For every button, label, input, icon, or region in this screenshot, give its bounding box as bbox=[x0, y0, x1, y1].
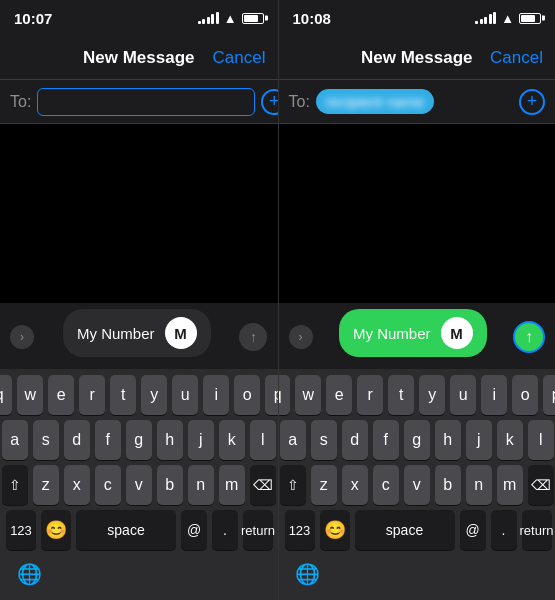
delete-key-right[interactable]: ⌫ bbox=[528, 465, 554, 505]
key-n-right[interactable]: n bbox=[466, 465, 492, 505]
key-a-left[interactable]: a bbox=[2, 420, 28, 460]
at-key-right[interactable]: @ bbox=[460, 510, 486, 550]
key-v-right[interactable]: v bbox=[404, 465, 430, 505]
key-n-left[interactable]: n bbox=[188, 465, 214, 505]
delete-key-left[interactable]: ⌫ bbox=[250, 465, 276, 505]
recipient-bubble-right[interactable]: recipient name bbox=[316, 89, 434, 114]
key-t-left[interactable]: t bbox=[110, 375, 136, 415]
key-l-left[interactable]: l bbox=[250, 420, 276, 460]
key-q-right[interactable]: q bbox=[278, 375, 291, 415]
key-g-right[interactable]: g bbox=[404, 420, 430, 460]
compose-row-left: › My Number M ↑ bbox=[0, 303, 278, 369]
key-e-right[interactable]: e bbox=[326, 375, 352, 415]
key-e-left[interactable]: e bbox=[48, 375, 74, 415]
message-body-left bbox=[0, 124, 278, 303]
expand-right[interactable]: › bbox=[289, 325, 313, 349]
key-m-right[interactable]: m bbox=[497, 465, 523, 505]
key-y-left[interactable]: y bbox=[141, 375, 167, 415]
key-i-left[interactable]: i bbox=[203, 375, 229, 415]
wifi-icon-right: ▲ bbox=[501, 11, 514, 26]
return-key-right[interactable]: return bbox=[522, 510, 552, 550]
emoji-key-right[interactable]: 😊 bbox=[320, 510, 350, 550]
dot-key-left[interactable]: . bbox=[212, 510, 238, 550]
add-recipient-button-left[interactable]: + bbox=[261, 89, 277, 115]
battery-fill-left bbox=[244, 15, 258, 22]
globe-button-right[interactable]: 🌐 bbox=[288, 554, 328, 594]
to-input-left[interactable] bbox=[37, 88, 255, 116]
my-number-bubble-right[interactable]: My Number M bbox=[339, 309, 487, 357]
shift-key-left[interactable]: ⇧ bbox=[2, 465, 28, 505]
key-w-right[interactable]: w bbox=[295, 375, 321, 415]
signal-bar-2 bbox=[202, 19, 205, 24]
key-f-right[interactable]: f bbox=[373, 420, 399, 460]
num-key-right[interactable]: 123 bbox=[285, 510, 315, 550]
space-key-left[interactable]: space bbox=[76, 510, 176, 550]
key-c-right[interactable]: c bbox=[373, 465, 399, 505]
key-z-left[interactable]: z bbox=[33, 465, 59, 505]
key-p-left[interactable]: p bbox=[265, 375, 277, 415]
key-w-left[interactable]: w bbox=[17, 375, 43, 415]
key-s-left[interactable]: s bbox=[33, 420, 59, 460]
signal-bar-r4 bbox=[489, 14, 492, 24]
key-k-right[interactable]: k bbox=[497, 420, 523, 460]
return-key-left[interactable]: return bbox=[243, 510, 273, 550]
key-o-right[interactable]: o bbox=[512, 375, 538, 415]
key-x-right[interactable]: x bbox=[342, 465, 368, 505]
key-d-right[interactable]: d bbox=[342, 420, 368, 460]
at-key-left[interactable]: @ bbox=[181, 510, 207, 550]
key-z-right[interactable]: z bbox=[311, 465, 337, 505]
send-button-right[interactable]: ↑ bbox=[513, 321, 545, 353]
key-y-right[interactable]: y bbox=[419, 375, 445, 415]
key-x-left[interactable]: x bbox=[64, 465, 90, 505]
key-u-right[interactable]: u bbox=[450, 375, 476, 415]
upload-button-left[interactable]: ↑ bbox=[239, 323, 267, 351]
kb-row-3-right: ⇧ z x c v b n m ⌫ bbox=[282, 465, 553, 505]
to-field-right: To: recipient name + bbox=[279, 80, 556, 124]
key-d-left[interactable]: d bbox=[64, 420, 90, 460]
signal-icon-right bbox=[475, 12, 496, 24]
key-i-right[interactable]: i bbox=[481, 375, 507, 415]
keyboard-right: q w e r t y u i o p a s d f g h j k l ⇧ … bbox=[279, 369, 556, 600]
num-key-left[interactable]: 123 bbox=[6, 510, 36, 550]
space-key-right[interactable]: space bbox=[355, 510, 455, 550]
key-b-left[interactable]: b bbox=[157, 465, 183, 505]
add-recipient-button-right[interactable]: + bbox=[519, 89, 545, 115]
key-l-right[interactable]: l bbox=[528, 420, 554, 460]
key-g-left[interactable]: g bbox=[126, 420, 152, 460]
key-p-right[interactable]: p bbox=[543, 375, 555, 415]
key-q-left[interactable]: q bbox=[0, 375, 12, 415]
signal-bar-r3 bbox=[484, 17, 487, 24]
compose-row-right: › My Number M ↑ bbox=[279, 303, 556, 369]
time-right: 10:08 bbox=[293, 10, 331, 27]
signal-bar-r2 bbox=[480, 19, 483, 24]
key-s-right[interactable]: s bbox=[311, 420, 337, 460]
my-number-bubble-left[interactable]: My Number M bbox=[63, 309, 211, 357]
key-j-left[interactable]: j bbox=[188, 420, 214, 460]
key-a-right[interactable]: a bbox=[280, 420, 306, 460]
key-o-left[interactable]: o bbox=[234, 375, 260, 415]
expand-left[interactable]: › bbox=[10, 325, 34, 349]
cancel-button-left[interactable]: Cancel bbox=[213, 48, 266, 68]
key-v-left[interactable]: v bbox=[126, 465, 152, 505]
avatar-letter-right: M bbox=[450, 325, 463, 342]
cancel-button-right[interactable]: Cancel bbox=[490, 48, 543, 68]
key-j-right[interactable]: j bbox=[466, 420, 492, 460]
key-r-right[interactable]: r bbox=[357, 375, 383, 415]
upload-icon-left: ↑ bbox=[250, 329, 257, 345]
key-m-left[interactable]: m bbox=[219, 465, 245, 505]
key-h-left[interactable]: h bbox=[157, 420, 183, 460]
emoji-key-left[interactable]: 😊 bbox=[41, 510, 71, 550]
key-f-left[interactable]: f bbox=[95, 420, 121, 460]
key-r-left[interactable]: r bbox=[79, 375, 105, 415]
status-icons-left: ▲ bbox=[198, 11, 264, 26]
shift-key-right[interactable]: ⇧ bbox=[280, 465, 306, 505]
dot-key-right[interactable]: . bbox=[491, 510, 517, 550]
key-h-right[interactable]: h bbox=[435, 420, 461, 460]
key-k-left[interactable]: k bbox=[219, 420, 245, 460]
key-u-left[interactable]: u bbox=[172, 375, 198, 415]
key-c-left[interactable]: c bbox=[95, 465, 121, 505]
key-b-right[interactable]: b bbox=[435, 465, 461, 505]
globe-row-right: 🌐 bbox=[282, 550, 553, 596]
key-t-right[interactable]: t bbox=[388, 375, 414, 415]
globe-button-left[interactable]: 🌐 bbox=[9, 554, 49, 594]
